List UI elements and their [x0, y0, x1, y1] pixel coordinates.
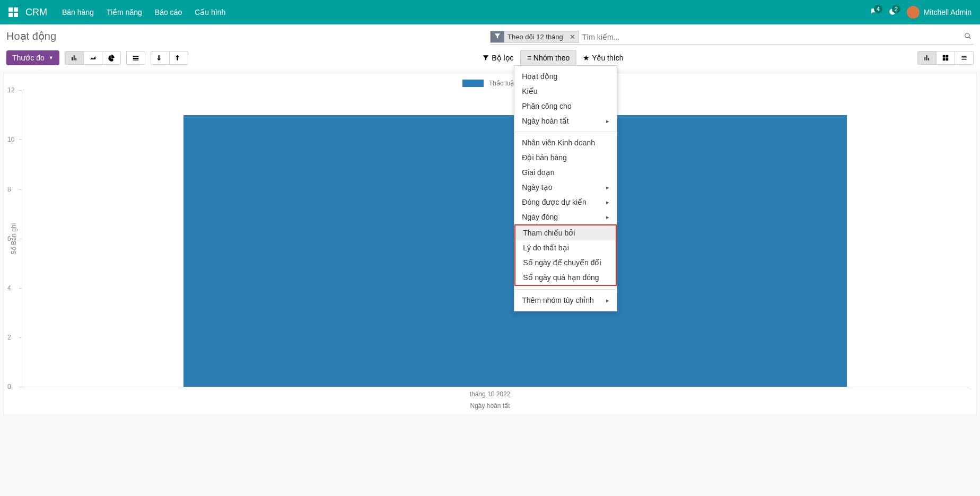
chart-legend: Thảo luận	[10, 79, 970, 87]
legend-swatch	[462, 80, 484, 87]
line-chart-button[interactable]	[83, 51, 102, 65]
search-area[interactable]: Theo dõi 12 tháng ✕	[490, 30, 974, 45]
groupby-item[interactable]: Tham chiếu bởi	[515, 225, 616, 240]
apps-icon[interactable]	[8, 7, 18, 17]
x-tick-label: tháng 10 2022	[10, 390, 970, 398]
search-input[interactable]	[582, 33, 962, 41]
messages-icon[interactable]: 4	[871, 8, 878, 17]
pie-chart-button[interactable]	[102, 51, 121, 65]
y-axis-label: Số Bản ghi	[10, 90, 18, 387]
stacked-button[interactable]	[126, 51, 145, 65]
nav-link-report[interactable]: Báo cáo	[155, 8, 182, 16]
view-list-button[interactable]	[955, 51, 974, 65]
search-chip: Theo dõi 12 tháng ✕	[490, 31, 579, 43]
chip-remove-icon[interactable]: ✕	[566, 33, 579, 41]
search-icon[interactable]	[962, 32, 974, 41]
measure-button[interactable]: Thước đo	[6, 50, 59, 65]
groupby-item[interactable]: Nhân viên Kinh doanh	[514, 135, 617, 150]
groupby-item[interactable]: Ngày đóng	[514, 210, 617, 224]
page-title: Hoạt động	[6, 30, 56, 42]
groupby-item[interactable]: Đóng được dự kiến	[514, 195, 617, 210]
nav-link-leads[interactable]: Tiềm năng	[107, 8, 142, 16]
groupby-item[interactable]: Ngày hoàn tất	[514, 114, 617, 128]
filter-icon	[491, 31, 504, 42]
groupby-item[interactable]: Lý do thất bại	[515, 240, 616, 255]
chart-plot: 024681012	[22, 90, 970, 387]
avatar	[907, 6, 920, 19]
groupby-dropdown: Hoạt độngKiểuPhân công choNgày hoàn tất …	[514, 65, 617, 311]
activities-badge: 2	[892, 5, 900, 13]
sort-desc-button[interactable]	[151, 51, 170, 65]
groupby-item[interactable]: Đội bán hàng	[514, 150, 617, 165]
groupby-item[interactable]: Số ngày quá hạn đóng	[515, 270, 616, 285]
chip-label: Theo dõi 12 tháng	[504, 32, 566, 42]
activities-icon[interactable]: 2	[889, 8, 896, 17]
groupby-item[interactable]: Kiểu	[514, 84, 617, 99]
sort-asc-button[interactable]	[169, 51, 188, 65]
view-pivot-button[interactable]	[936, 51, 955, 65]
user-name: Mitchell Admin	[924, 8, 972, 16]
groupby-button[interactable]: ≡ Nhóm theo	[520, 50, 577, 65]
nav-link-sales[interactable]: Bán hàng	[62, 8, 94, 16]
groupby-item[interactable]: Giai đoạn	[514, 165, 617, 180]
filter-button[interactable]: Bộ lọc	[476, 50, 520, 65]
groupby-item[interactable]: Phân công cho	[514, 99, 617, 114]
groupby-item[interactable]: Hoạt động	[514, 69, 617, 84]
groupby-custom[interactable]: Thêm nhóm tùy chỉnh	[514, 293, 617, 308]
app-brand[interactable]: CRM	[25, 7, 47, 18]
view-graph-button[interactable]	[917, 51, 937, 65]
bar-chart-button[interactable]	[65, 51, 84, 65]
nav-link-config[interactable]: Cấu hình	[195, 8, 225, 16]
groupby-item[interactable]: Số ngày để chuyển đổi	[515, 255, 616, 270]
user-menu[interactable]: Mitchell Admin	[907, 6, 972, 19]
legend-label: Thảo luận	[489, 80, 518, 87]
groupby-item[interactable]: Ngày tạo	[514, 180, 617, 195]
messages-badge: 4	[874, 5, 882, 13]
favorite-button[interactable]: ★ Yêu thích	[576, 50, 629, 65]
x-axis-label: Ngày hoàn tất	[10, 402, 970, 410]
